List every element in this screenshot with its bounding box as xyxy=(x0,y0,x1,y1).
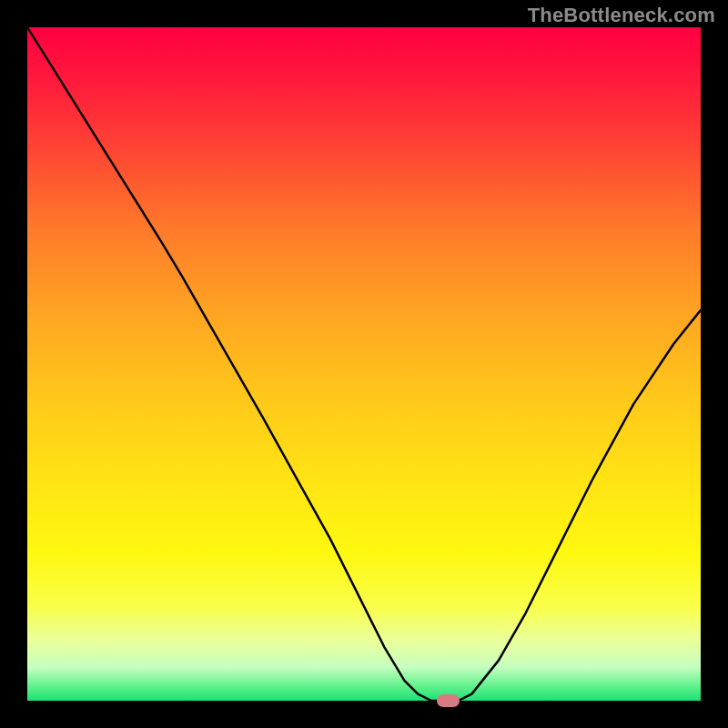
plot-area xyxy=(27,27,701,701)
bottleneck-curve xyxy=(27,27,701,701)
chart-frame: TheBottleneck.com xyxy=(0,0,728,728)
watermark-text: TheBottleneck.com xyxy=(528,4,715,27)
optimal-marker xyxy=(437,694,460,708)
